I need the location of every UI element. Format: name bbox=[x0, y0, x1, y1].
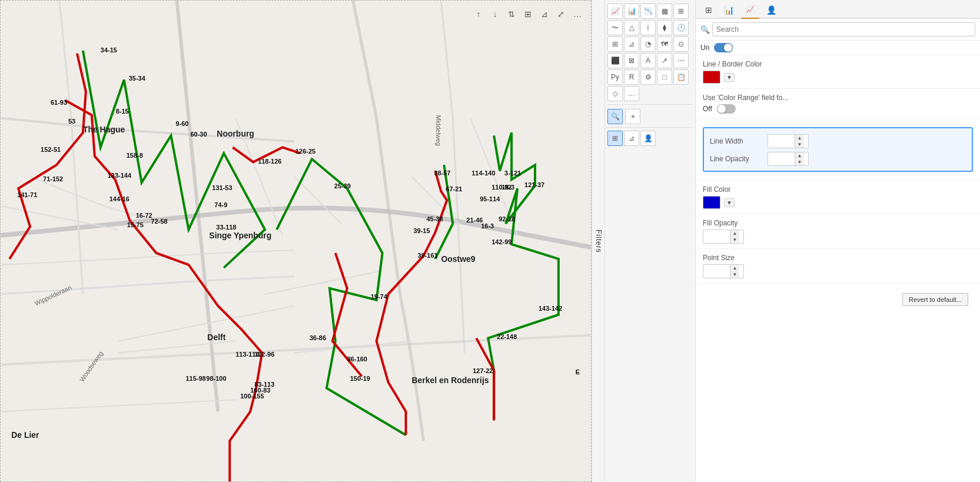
stacked-chart-icon[interactable]: ▦ bbox=[657, 4, 672, 19]
color-range-toggle-row: Off bbox=[703, 104, 973, 114]
fill-color-swatch[interactable] bbox=[703, 196, 720, 209]
ellipsis-icon[interactable]: … bbox=[624, 86, 639, 101]
heatmap-icon[interactable]: ⬛ bbox=[607, 53, 623, 68]
tab-grid[interactable]: ⊞ bbox=[700, 2, 717, 19]
blank-icon[interactable]: □ bbox=[657, 69, 672, 85]
triangle-icon[interactable]: △ bbox=[624, 20, 639, 35]
line-width-input[interactable]: 4 bbox=[768, 135, 795, 147]
text-icon[interactable]: A bbox=[640, 53, 656, 68]
line-width-down-btn[interactable]: ▼ bbox=[795, 141, 804, 148]
tab-settings-active[interactable]: 📈 bbox=[741, 2, 759, 19]
line-width-up-btn[interactable]: ▲ bbox=[795, 135, 804, 141]
tab-user[interactable]: 👤 bbox=[762, 2, 781, 19]
label-92-18: 92-18 bbox=[499, 215, 515, 222]
more2-icon[interactable]: ⋯ bbox=[673, 53, 689, 68]
panel-tabs: ⊞ 📊 📈 👤 bbox=[696, 0, 980, 19]
line-opacity-row: Line Opacity 100 ▲ ▼ bbox=[710, 152, 966, 166]
table-icon[interactable]: ⊞ bbox=[673, 4, 689, 19]
point-size-row: 2 ▲ ▼ bbox=[703, 264, 973, 278]
label-45-38: 45-38 bbox=[426, 215, 443, 222]
toggle-un-switch[interactable] bbox=[714, 43, 733, 52]
python-icon[interactable]: Py bbox=[607, 69, 623, 85]
fill-opacity-down-btn[interactable]: ▼ bbox=[730, 237, 739, 243]
toggle-un-knob bbox=[724, 44, 732, 52]
expand-icon[interactable]: ⊞ bbox=[521, 8, 534, 21]
label-19-74: 19-74 bbox=[371, 293, 388, 300]
more-icon[interactable]: … bbox=[571, 8, 584, 21]
line-width-label: Line Width bbox=[710, 137, 763, 145]
zoom-icon[interactable]: ⌖ bbox=[625, 109, 640, 124]
color-range-toggle[interactable] bbox=[717, 104, 736, 114]
label-60-30: 60-30 bbox=[190, 131, 207, 138]
label-8-15: 8-15 bbox=[116, 108, 129, 115]
label-wippolderaan: Wippolderaan bbox=[34, 284, 72, 307]
label-35-34: 35-34 bbox=[129, 75, 146, 82]
line-opacity-up-btn[interactable]: ▲ bbox=[795, 152, 804, 159]
label-the-hague: The Hague bbox=[83, 125, 125, 134]
fullscreen-icon[interactable]: ⤢ bbox=[554, 8, 567, 21]
label-33-118: 33-118 bbox=[216, 224, 236, 231]
label-3-121: 3-121 bbox=[504, 169, 521, 177]
properties-panel: ⊞ 📊 📈 👤 🔍 Un Line / Border Color ▼ bbox=[696, 0, 980, 482]
divider-2 bbox=[607, 127, 693, 128]
filters-tab[interactable]: Filters bbox=[592, 0, 604, 482]
custom-icon[interactable]: ⚙ bbox=[640, 69, 656, 85]
report-icon[interactable]: 📋 bbox=[673, 69, 689, 85]
fill-color-dropdown[interactable]: ▼ bbox=[724, 198, 735, 207]
label-21-46: 21-46 bbox=[466, 217, 483, 224]
label-131-53: 131-53 bbox=[212, 184, 232, 191]
label-oostweg: Oostwe9 bbox=[441, 254, 475, 264]
line-border-color-dropdown[interactable]: ▼ bbox=[724, 73, 735, 82]
toggle-un-row: Un bbox=[696, 41, 980, 55]
line-width-spinbox: 4 ▲ ▼ bbox=[768, 134, 809, 148]
label-115-98: 115-98 bbox=[185, 375, 205, 382]
funnel-icon[interactable]: ⊿ bbox=[624, 36, 639, 52]
label-singe-ypenburg: Singe Ypenburg bbox=[209, 231, 271, 240]
label-18-3: 18-3 bbox=[501, 184, 514, 191]
point-size-input[interactable]: 2 bbox=[703, 265, 730, 277]
map-icon2[interactable]: 🗺 bbox=[657, 36, 672, 52]
sort-both-icon[interactable]: ⇅ bbox=[505, 8, 518, 21]
sort-up-icon[interactable]: ↑ bbox=[472, 8, 485, 21]
line-chart-icon[interactable]: 📈 bbox=[607, 4, 623, 19]
color-range-section: Use 'Color Range' field fo... Off bbox=[696, 89, 980, 119]
filter-icon[interactable]: ⊿ bbox=[538, 8, 551, 21]
label-71-152: 71-152 bbox=[43, 175, 63, 182]
map-search-icon[interactable]: 🔍 bbox=[607, 109, 623, 124]
fill-opacity-spinbox: 70 ▲ ▼ bbox=[703, 230, 744, 244]
line-opacity-input[interactable]: 100 bbox=[768, 153, 795, 165]
scatter-icon[interactable]: ⁞ bbox=[640, 20, 656, 35]
pie-icon[interactable]: ◔ bbox=[640, 36, 656, 52]
wave-icon[interactable]: 〜 bbox=[607, 20, 623, 35]
icon-row-6: ◇ … bbox=[607, 86, 693, 101]
link-icon[interactable]: ↗ bbox=[657, 53, 672, 68]
label-74-9: 74-9 bbox=[214, 201, 227, 208]
bar-chart-icon[interactable]: 📊 bbox=[624, 4, 639, 19]
fill-opacity-up-btn[interactable]: ▲ bbox=[730, 230, 739, 237]
time-icon[interactable]: 🕐 bbox=[673, 20, 689, 35]
person-icon[interactable]: 👤 bbox=[640, 131, 656, 146]
line-border-color-swatch[interactable] bbox=[703, 71, 720, 84]
filter2-icon[interactable]: ⊿ bbox=[624, 131, 639, 146]
globe-icon[interactable]: ⊙ bbox=[673, 36, 689, 52]
icon-row-5: Py R ⚙ □ 📋 bbox=[607, 69, 693, 85]
label-e: E bbox=[576, 368, 580, 375]
line-border-color-label: Line / Border Color bbox=[703, 60, 973, 68]
bars-icon[interactable]: ⧫ bbox=[657, 20, 672, 35]
grid2-icon[interactable]: ⊞ bbox=[607, 131, 623, 146]
tab-chart2[interactable]: 📊 bbox=[719, 2, 739, 19]
search-input[interactable] bbox=[712, 22, 975, 36]
map-toolbar: ↑ ↓ ⇅ ⊞ ⊿ ⤢ … bbox=[472, 8, 584, 21]
diamond-icon[interactable]: ◇ bbox=[607, 86, 623, 101]
grid-icon[interactable]: ⊞ bbox=[607, 36, 623, 52]
line-opacity-down-btn[interactable]: ▼ bbox=[795, 159, 804, 165]
point-size-down-btn[interactable]: ▼ bbox=[730, 271, 739, 278]
matrix-icon[interactable]: ⊠ bbox=[624, 53, 639, 68]
fill-opacity-input[interactable]: 70 bbox=[703, 231, 730, 242]
r-icon[interactable]: R bbox=[624, 69, 639, 85]
fill-color-row: ▼ bbox=[703, 196, 973, 209]
point-size-up-btn[interactable]: ▲ bbox=[730, 265, 739, 271]
sort-down-icon[interactable]: ↓ bbox=[489, 8, 501, 21]
area-chart-icon[interactable]: 📉 bbox=[640, 4, 656, 19]
revert-to-default-button[interactable]: Revert to default... bbox=[902, 293, 968, 306]
